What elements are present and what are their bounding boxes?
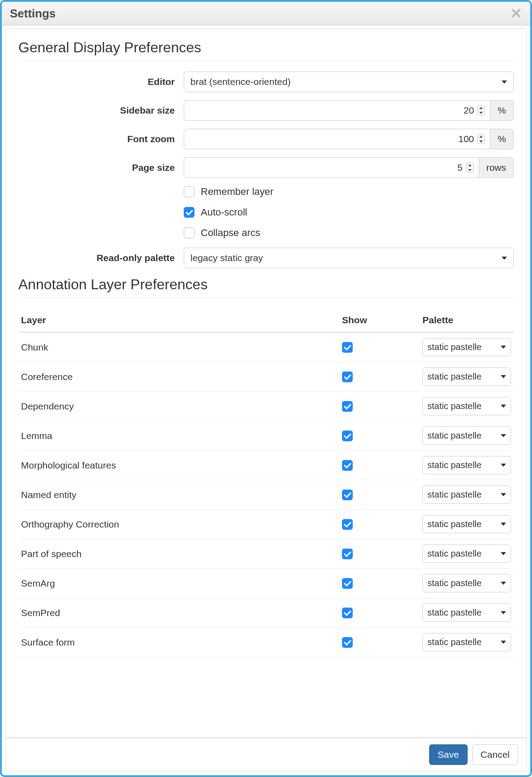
font-zoom-input[interactable]: 100 xyxy=(184,129,490,149)
label-auto-scroll: Auto-scroll xyxy=(201,207,247,218)
layer-palette-select[interactable]: static pastelle xyxy=(422,545,511,563)
page-size-input[interactable]: 5 xyxy=(184,157,479,178)
layer-show-cell xyxy=(339,451,420,480)
table-row: Orthography Correctionstatic pastelle xyxy=(18,510,514,539)
layer-palette-select[interactable]: static pastelle xyxy=(422,367,511,386)
layer-show-checkbox[interactable] xyxy=(342,519,353,530)
layer-name: Lemma xyxy=(18,421,339,451)
chevron-down-icon xyxy=(501,493,506,496)
label-read-only-palette: Read-only palette xyxy=(18,253,184,263)
layer-name: Coreference xyxy=(18,362,339,392)
row-sidebar-size: Sidebar size 20 % xyxy=(18,100,514,121)
layer-show-checkbox[interactable] xyxy=(342,431,353,441)
chevron-down-icon xyxy=(502,80,507,84)
collapse-arcs-checkbox[interactable] xyxy=(184,228,194,238)
layer-palette-value: static pastelle xyxy=(427,608,481,618)
layer-palette-select[interactable]: static pastelle xyxy=(422,515,511,533)
layer-palette-value: static pastelle xyxy=(427,578,481,588)
auto-scroll-checkbox[interactable] xyxy=(184,207,194,218)
layer-show-cell xyxy=(339,510,420,539)
layer-show-cell xyxy=(339,392,420,421)
cancel-button[interactable]: Cancel xyxy=(472,744,518,765)
sidebar-size-value: 20 xyxy=(464,105,474,116)
dialog-title: Settings xyxy=(10,7,56,21)
stepper-icon[interactable] xyxy=(477,134,485,144)
layer-palette-value: static pastelle xyxy=(427,637,481,647)
layer-show-checkbox[interactable] xyxy=(342,342,353,353)
chevron-down-icon xyxy=(501,346,506,349)
chevron-down-icon xyxy=(501,582,506,585)
close-icon[interactable]: ✕ xyxy=(510,6,522,21)
read-only-palette-select[interactable]: legacy static gray xyxy=(184,248,514,268)
save-button[interactable]: Save xyxy=(429,744,468,765)
font-zoom-value: 100 xyxy=(458,134,474,144)
label-collapse-arcs: Collapse arcs xyxy=(201,227,260,239)
layer-name: SemPred xyxy=(18,598,339,628)
layer-palette-cell: static pastelle xyxy=(420,539,514,569)
row-read-only-palette: Read-only palette legacy static gray xyxy=(18,248,514,268)
chevron-down-icon xyxy=(501,375,506,378)
th-layer: Layer xyxy=(18,308,339,332)
label-font-zoom: Font zoom xyxy=(18,134,184,144)
editor-select[interactable]: brat (sentence-oriented) xyxy=(184,72,514,92)
layer-palette-select[interactable]: static pastelle xyxy=(422,633,511,651)
layer-palette-value: static pastelle xyxy=(427,519,481,529)
editor-select-value: brat (sentence-oriented) xyxy=(190,76,291,87)
layer-palette-value: static pastelle xyxy=(427,431,481,441)
label-remember-layer: Remember layer xyxy=(201,186,274,198)
layer-show-cell xyxy=(339,362,420,392)
table-row: Surface formstatic pastelle xyxy=(18,628,514,657)
sidebar-size-input[interactable]: 20 xyxy=(184,100,490,121)
layer-palette-select[interactable]: static pastelle xyxy=(422,574,511,592)
layer-palette-cell: static pastelle xyxy=(420,421,514,451)
layer-name: Morphological features xyxy=(18,451,339,480)
chevron-down-icon xyxy=(501,523,506,526)
chevron-down-icon xyxy=(501,611,506,614)
table-row: Chunkstatic pastelle xyxy=(18,332,514,362)
label-sidebar-size: Sidebar size xyxy=(18,105,184,116)
layer-palette-cell: static pastelle xyxy=(420,392,514,421)
layer-palette-select[interactable]: static pastelle xyxy=(422,456,511,474)
layer-palette-value: static pastelle xyxy=(427,372,481,382)
layer-palette-select[interactable]: static pastelle xyxy=(422,604,511,622)
layer-show-cell xyxy=(339,569,420,598)
dialog-header: Settings ✕ xyxy=(2,2,530,25)
layer-show-checkbox[interactable] xyxy=(342,637,353,648)
layer-show-checkbox[interactable] xyxy=(342,549,353,559)
layer-palette-select[interactable]: static pastelle xyxy=(422,427,511,445)
th-show: Show xyxy=(339,308,420,332)
layer-show-checkbox[interactable] xyxy=(342,460,353,471)
layer-palette-cell: static pastelle xyxy=(420,598,514,628)
divider xyxy=(18,297,514,298)
remember-layer-checkbox[interactable] xyxy=(184,186,194,197)
layer-palette-select[interactable]: static pastelle xyxy=(422,338,511,356)
row-auto-scroll: Auto-scroll xyxy=(184,207,514,218)
layer-palette-value: static pastelle xyxy=(427,401,481,411)
chevron-down-icon xyxy=(501,434,506,437)
layer-table: Layer Show Palette Chunkstatic pastelleC… xyxy=(18,308,514,657)
layer-palette-select[interactable]: static pastelle xyxy=(422,486,511,504)
stepper-icon[interactable] xyxy=(466,163,473,173)
stepper-icon[interactable] xyxy=(477,106,485,115)
layer-name: Dependency xyxy=(18,392,339,421)
layer-show-checkbox[interactable] xyxy=(342,401,353,412)
section-title-annotation: Annotation Layer Preferences xyxy=(18,276,514,293)
layer-show-checkbox[interactable] xyxy=(342,578,353,589)
table-row: SemPredstatic pastelle xyxy=(18,598,514,628)
layer-palette-select[interactable]: static pastelle xyxy=(422,397,511,415)
section-title-general: General Display Preferences xyxy=(18,39,514,56)
chevron-down-icon xyxy=(501,464,506,467)
layer-show-cell xyxy=(339,421,420,451)
layer-show-checkbox[interactable] xyxy=(342,490,353,500)
row-remember-layer: Remember layer xyxy=(184,186,514,198)
layer-palette-value: static pastelle xyxy=(427,549,481,559)
unit-percent: % xyxy=(490,100,514,121)
layer-show-checkbox[interactable] xyxy=(342,372,353,382)
layer-palette-value: static pastelle xyxy=(427,342,481,352)
settings-dialog: Settings ✕ General Display Preferences E… xyxy=(0,0,532,777)
layer-show-checkbox[interactable] xyxy=(342,608,353,618)
layer-palette-value: static pastelle xyxy=(427,460,481,470)
label-page-size: Page size xyxy=(18,162,184,173)
dialog-body: General Display Preferences Editor brat … xyxy=(5,28,527,738)
chevron-down-icon xyxy=(502,257,507,260)
